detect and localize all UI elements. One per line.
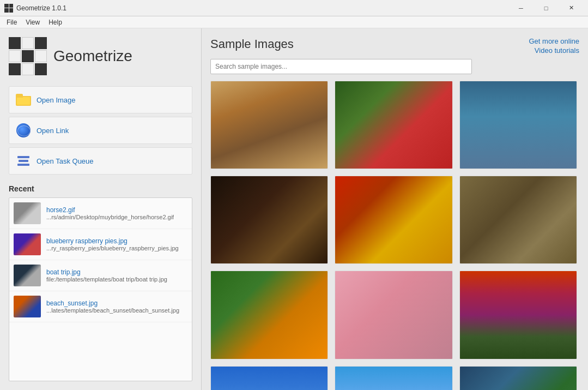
sample-image-thumbnail [460, 81, 577, 169]
sidebar: Geometrize Open Image Open Link O [0, 28, 202, 390]
image-grid-item[interactable] [210, 366, 328, 390]
image-grid-item[interactable] [335, 81, 452, 169]
recent-item[interactable]: beach_sunset.jpg ...lates/templates/beac… [9, 291, 192, 322]
open-link-button[interactable]: Open Link [9, 117, 192, 144]
main-layout: Geometrize Open Image Open Link O [0, 28, 588, 390]
image-grid-item[interactable] [210, 81, 328, 169]
image-grid-item[interactable] [335, 176, 452, 264]
content-area: Sample Images Get more online Video tuto… [202, 28, 588, 390]
sample-image-thumbnail [335, 176, 452, 263]
app-logo [9, 37, 47, 75]
open-link-label: Open Link [37, 127, 69, 135]
recent-name: beach_sunset.jpg [46, 299, 179, 307]
recent-name: blueberry raspberry pies.jpg [46, 237, 179, 245]
recent-thumbnail [14, 296, 41, 317]
recent-info: horse2.gif ...rs/admin/Desktop/muybridge… [46, 206, 174, 220]
recent-item[interactable]: boat trip.jpg file:/templates/templates/… [9, 260, 192, 291]
close-button[interactable]: ✕ [559, 0, 584, 16]
search-input[interactable] [210, 59, 472, 74]
folder-icon [16, 92, 31, 107]
recent-path: ...ry_raspberry_pies/blueberry_raspberry… [46, 245, 179, 251]
open-task-queue-label: Open Task Queue [37, 157, 94, 165]
recent-name: horse2.gif [46, 206, 174, 214]
recent-list[interactable]: horse2.gif ...rs/admin/Desktop/muybridge… [9, 197, 192, 381]
menu-help[interactable]: Help [44, 17, 66, 27]
recent-thumbnail [14, 265, 41, 286]
header-links: Get more online Video tutorials [529, 37, 580, 55]
recent-thumbnail [14, 233, 41, 255]
logo-area: Geometrize [9, 37, 192, 75]
video-tutorials-link[interactable]: Video tutorials [535, 46, 579, 55]
globe-icon [16, 123, 31, 138]
recent-path: file:/templates/templates/boat trip/boat… [46, 276, 167, 283]
image-grid-item[interactable] [459, 366, 577, 390]
image-grid-item[interactable] [459, 271, 577, 359]
recent-item[interactable]: blueberry raspberry pies.jpg ...ry_raspb… [9, 229, 192, 260]
window-controls: ─ □ ✕ [508, 0, 584, 16]
sample-image-thumbnail [335, 367, 452, 390]
sample-image-thumbnail [460, 176, 577, 263]
image-grid-item[interactable] [335, 366, 452, 390]
content-header: Sample Images Get more online Video tuto… [210, 37, 579, 55]
image-grid-item[interactable] [335, 271, 452, 359]
app-icon [4, 4, 13, 13]
recent-path: ...rs/admin/Desktop/muybridge_horse/hors… [46, 214, 174, 220]
queue-icon [16, 153, 31, 169]
image-grid-item[interactable] [459, 176, 577, 264]
window-title: Geometrize 1.0.1 [16, 4, 508, 12]
image-grid-item[interactable] [210, 176, 328, 264]
minimize-button[interactable]: ─ [508, 0, 534, 16]
sample-image-thumbnail [211, 367, 328, 390]
menubar: File View Help [0, 16, 588, 28]
get-more-online-link[interactable]: Get more online [529, 37, 580, 45]
maximize-button[interactable]: □ [534, 0, 559, 16]
recent-thumbnail [14, 202, 41, 224]
menu-file[interactable]: File [2, 17, 21, 27]
page-title: Sample Images [210, 37, 529, 51]
recent-name: boat trip.jpg [46, 268, 167, 276]
titlebar: Geometrize 1.0.1 ─ □ ✕ [0, 0, 588, 16]
sample-image-thumbnail [460, 367, 577, 390]
menu-view[interactable]: View [21, 17, 44, 27]
image-grid-item[interactable] [459, 81, 577, 169]
sample-image-thumbnail [335, 271, 452, 358]
recent-section: Recent horse2.gif ...rs/admin/Desktop/mu… [9, 184, 192, 381]
recent-item[interactable]: horse2.gif ...rs/admin/Desktop/muybridge… [9, 198, 192, 229]
open-image-button[interactable]: Open Image [9, 86, 192, 113]
recent-title: Recent [9, 184, 192, 193]
recent-info: boat trip.jpg file:/templates/templates/… [46, 268, 167, 283]
image-grid-wrapper[interactable] [210, 81, 579, 390]
sample-image-thumbnail [211, 176, 328, 263]
sample-image-thumbnail [211, 271, 328, 358]
image-grid [210, 81, 579, 390]
recent-info: blueberry raspberry pies.jpg ...ry_raspb… [46, 237, 179, 251]
recent-info: beach_sunset.jpg ...lates/templates/beac… [46, 299, 179, 314]
recent-path: ...lates/templates/beach_sunset/beach_su… [46, 307, 179, 314]
image-grid-item[interactable] [210, 271, 328, 359]
open-image-label: Open Image [37, 96, 76, 104]
sample-image-thumbnail [211, 81, 328, 169]
sample-image-thumbnail [335, 81, 452, 169]
sample-image-thumbnail [460, 271, 577, 358]
open-task-queue-button[interactable]: Open Task Queue [9, 147, 192, 175]
app-name: Geometrize [53, 47, 132, 65]
